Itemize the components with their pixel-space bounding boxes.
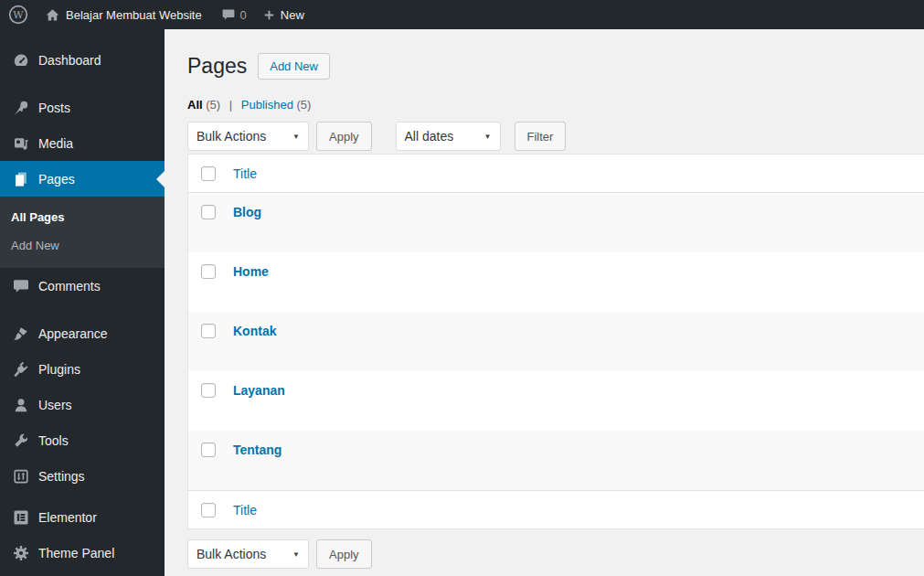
- select-all-checkbox[interactable]: [201, 503, 216, 517]
- plus-icon: [262, 8, 276, 22]
- sidebar-item-media[interactable]: Media: [0, 125, 165, 161]
- sidebar-item-label: Plugins: [38, 362, 80, 377]
- sidebar-item-label: Elementor: [38, 510, 97, 525]
- admin-bar: W Belajar Membuat Website 0 New: [0, 0, 924, 29]
- row-checkbox[interactable]: [201, 324, 216, 338]
- dropdown-caret-icon: ▼: [292, 133, 300, 141]
- table-row: Home: [188, 252, 924, 312]
- sidebar-item-plugins[interactable]: Plugins: [0, 351, 165, 387]
- view-published-count: (5): [297, 98, 312, 112]
- view-all-count: (5): [206, 98, 220, 112]
- comment-icon: [12, 277, 30, 295]
- dashboard-icon: [12, 51, 30, 69]
- column-title-sort-link[interactable]: Title: [233, 503, 257, 517]
- sidebar-item-users[interactable]: Users: [0, 387, 165, 422]
- pages-icon: [12, 170, 30, 188]
- page-header: Pages Add New: [187, 52, 924, 80]
- bulk-actions-value: Bulk Actions: [196, 129, 266, 144]
- menu-separator: [0, 304, 165, 315]
- sidebar-item-dashboard[interactable]: Dashboard: [0, 42, 165, 78]
- gear-icon: [12, 544, 30, 562]
- sidebar-item-label: Dashboard: [38, 53, 101, 68]
- menu-separator: [0, 78, 165, 90]
- sidebar-subitem-all-pages[interactable]: All Pages: [0, 203, 165, 231]
- dropdown-caret-icon: ▼: [484, 133, 492, 141]
- main-content: Pages Add New All (5) | Published (5) Bu…: [165, 29, 924, 576]
- top-toolbar: Bulk Actions ▼ Apply All dates ▼ Filter: [187, 122, 924, 151]
- sidebar-item-label: Media: [38, 136, 73, 151]
- view-separator: |: [229, 98, 232, 112]
- page-title-link[interactable]: Blog: [233, 205, 261, 219]
- dates-filter-value: All dates: [405, 129, 454, 144]
- sliders-icon: [12, 467, 30, 485]
- add-new-button[interactable]: Add New: [258, 53, 330, 80]
- table-header-row: Title: [188, 155, 924, 193]
- page-title-link[interactable]: Tentang: [233, 443, 281, 457]
- sidebar-item-label: Users: [38, 398, 72, 412]
- apply-button-bottom[interactable]: Apply: [316, 539, 372, 569]
- dates-filter-select[interactable]: All dates ▼: [396, 122, 501, 151]
- sidebar-item-appearance[interactable]: Appearance: [0, 315, 165, 351]
- bottom-toolbar: Bulk Actions ▼ Apply: [187, 539, 924, 569]
- sidebar-item-settings[interactable]: Settings: [0, 458, 165, 494]
- sidebar-item-label: Tools: [38, 433, 69, 448]
- table-body: Blog Home Kontak Layanan Tentang: [188, 193, 924, 490]
- admin-bar-site-name[interactable]: Belajar Membuat Website: [66, 8, 202, 22]
- table-row: Tentang: [188, 431, 924, 490]
- bulk-actions-value: Bulk Actions: [196, 547, 266, 561]
- filter-button[interactable]: Filter: [515, 122, 567, 151]
- elementor-icon: [12, 508, 30, 527]
- sidebar-item-theme-panel[interactable]: Theme Panel: [0, 535, 165, 571]
- apply-button[interactable]: Apply: [316, 122, 372, 151]
- page-title-link[interactable]: Kontak: [233, 324, 276, 338]
- wordpress-logo-icon[interactable]: W: [8, 5, 28, 25]
- sidebar-item-label: Posts: [38, 101, 70, 115]
- row-checkbox[interactable]: [201, 264, 216, 279]
- page-title-link[interactable]: Layanan: [233, 383, 285, 398]
- page-title-link[interactable]: Home: [233, 264, 269, 279]
- select-all-checkbox[interactable]: [201, 166, 216, 181]
- admin-bar-new-label: New: [281, 8, 304, 22]
- sidebar-item-label: Settings: [38, 469, 85, 484]
- paintbrush-icon: [12, 325, 30, 343]
- admin-bar-new-button[interactable]: New: [262, 8, 304, 22]
- sidebar-subitem-add-new[interactable]: Add New: [0, 231, 165, 260]
- table-footer-row: Title: [188, 490, 924, 528]
- table-row: Layanan: [188, 371, 924, 431]
- admin-bar-comments[interactable]: 0: [221, 7, 247, 22]
- view-all-link[interactable]: All: [187, 98, 203, 112]
- table-row: Blog: [188, 193, 924, 252]
- view-published-link[interactable]: Published: [241, 98, 293, 112]
- sidebar-item-pages[interactable]: Pages: [0, 161, 165, 197]
- sidebar-item-label: Appearance: [38, 326, 108, 341]
- sidebar-item-label: Comments: [38, 279, 101, 293]
- plug-icon: [12, 360, 30, 379]
- comments-bubble-icon: [221, 7, 236, 22]
- wrench-icon: [12, 432, 30, 450]
- sidebar-item-posts[interactable]: Posts: [0, 90, 165, 125]
- row-checkbox[interactable]: [201, 443, 216, 457]
- row-checkbox[interactable]: [201, 205, 216, 219]
- comment-count: 0: [240, 8, 247, 22]
- pages-submenu: All Pages Add New: [0, 197, 165, 268]
- sidebar-item-elementor[interactable]: Elementor: [0, 499, 165, 535]
- dropdown-caret-icon: ▼: [292, 550, 300, 559]
- user-icon: [12, 396, 30, 414]
- row-checkbox[interactable]: [201, 383, 216, 398]
- sidebar-item-label: Theme Panel: [38, 546, 114, 560]
- svg-text:W: W: [13, 9, 24, 21]
- page-title: Pages: [187, 52, 247, 80]
- wordpress-admin-screen: W Belajar Membuat Website 0 New: [0, 0, 924, 576]
- bulk-actions-select[interactable]: Bulk Actions ▼: [187, 122, 309, 151]
- column-title-sort-link[interactable]: Title: [233, 166, 257, 181]
- table-row: Kontak: [188, 312, 924, 371]
- home-icon: [45, 7, 60, 23]
- sidebar-item-comments[interactable]: Comments: [0, 268, 165, 304]
- media-icon: [12, 134, 30, 153]
- admin-sidebar: Dashboard Posts: [0, 29, 165, 576]
- sidebar-item-label: Pages: [38, 172, 75, 187]
- bulk-actions-select-bottom[interactable]: Bulk Actions ▼: [187, 539, 309, 569]
- pushpin-icon: [12, 99, 30, 117]
- pages-list-table: Title Blog Home Kontak Layanan Tentang T…: [187, 154, 924, 529]
- sidebar-item-tools[interactable]: Tools: [0, 422, 165, 458]
